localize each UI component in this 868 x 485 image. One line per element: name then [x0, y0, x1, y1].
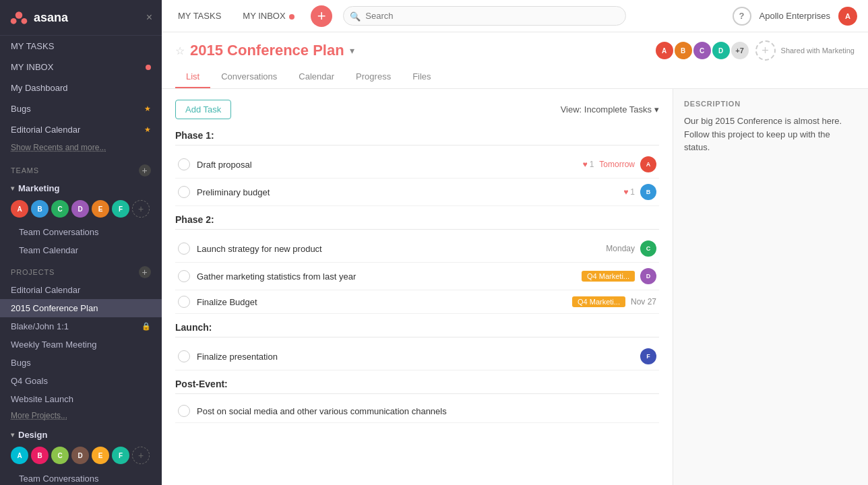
- sidebar-item-design-team-conversations[interactable]: Team Conversations: [0, 470, 162, 485]
- table-row[interactable]: Finalize presentation F: [175, 343, 659, 370]
- task-like[interactable]: ♥ 1: [623, 187, 635, 197]
- add-member-button[interactable]: +: [132, 200, 150, 218]
- view-filter-dropdown[interactable]: View: Incomplete Tasks ▾: [561, 104, 659, 115]
- task-checkbox[interactable]: [178, 243, 190, 255]
- avatar: B: [31, 447, 49, 464]
- task-checkbox[interactable]: [178, 296, 190, 308]
- task-checkbox[interactable]: [178, 158, 190, 170]
- task-assignee-avatar: C: [640, 240, 656, 257]
- team-marketing[interactable]: ▾ Marketing A B C D E F + Team Conversat…: [0, 179, 162, 259]
- tab-calendar[interactable]: Calendar: [288, 66, 345, 88]
- description-title: DESCRIPTION: [684, 100, 857, 108]
- favorite-star-icon[interactable]: ☆: [175, 44, 185, 57]
- table-row[interactable]: Draft proposal ♥ 1 Tomorrow A: [175, 151, 659, 179]
- sidebar-item-blake-john-11[interactable]: Blake/John 1:1 🔒: [0, 317, 162, 335]
- add-project-button[interactable]: +: [139, 266, 151, 278]
- avatar: A: [11, 447, 28, 464]
- task-checkbox[interactable]: [178, 405, 190, 417]
- add-task-button[interactable]: Add Task: [175, 100, 231, 119]
- task-name: Finalize presentation: [197, 352, 633, 362]
- launch-header: Launch:: [175, 322, 659, 337]
- search-icon: 🔍: [350, 11, 361, 21]
- project-dropdown-caret-icon[interactable]: ▾: [350, 45, 354, 56]
- task-name: Launch strategy for new product: [197, 244, 599, 254]
- sidebar-item-weekly-team-meeting[interactable]: Weekly Team Meeting: [0, 335, 162, 354]
- sidebar-close-button[interactable]: ×: [146, 11, 152, 24]
- task-like[interactable]: ♥ 1: [583, 160, 594, 169]
- help-button[interactable]: ?: [733, 7, 751, 26]
- task-tag: Q4 Marketi...: [572, 296, 625, 307]
- search-input[interactable]: [343, 6, 626, 26]
- sidebar-item-team-conversations[interactable]: Team Conversations: [0, 223, 162, 241]
- chevron-down-icon: ▾: [11, 185, 14, 192]
- task-checkbox[interactable]: [178, 270, 190, 282]
- sidebar-item-editorial-calendar-starred[interactable]: Editorial Calendar ★: [0, 119, 162, 140]
- sidebar-item-q4-goals[interactable]: Q4 Goals: [0, 372, 162, 390]
- sidebar-item-my-inbox[interactable]: MY INBOX: [0, 57, 162, 77]
- sidebar-item-team-calendar[interactable]: Team Calendar: [0, 241, 162, 259]
- team-design[interactable]: ▾ Design A B C D E F + Team Conversation…: [0, 426, 162, 485]
- task-assignee-avatar: B: [640, 184, 656, 200]
- sidebar-item-my-tasks[interactable]: MY TASKS: [0, 36, 162, 57]
- member-count-badge[interactable]: +7: [730, 40, 750, 61]
- table-row[interactable]: Gather marketing statistics from last ye…: [175, 263, 659, 290]
- avatar: C: [51, 447, 69, 464]
- task-name: Finalize Budget: [197, 297, 565, 307]
- table-row[interactable]: Finalize Budget Q4 Marketi... Nov 27: [175, 290, 659, 314]
- user-avatar[interactable]: A: [838, 7, 857, 26]
- tab-conversations[interactable]: Conversations: [210, 66, 288, 88]
- description-text: Our big 2015 Conference is almost here. …: [684, 115, 857, 154]
- add-member-button[interactable]: +: [755, 40, 776, 61]
- sidebar-item-2015-conference-plan[interactable]: 2015 Conference Plan: [0, 299, 162, 317]
- task-due-date: Tomorrow: [599, 160, 635, 169]
- add-team-button[interactable]: +: [139, 164, 151, 176]
- post-event-header: Post-Event:: [175, 379, 659, 394]
- avatar: F: [112, 200, 129, 218]
- heart-icon: ♥: [583, 160, 588, 169]
- org-name[interactable]: Apollo Enterprises: [760, 11, 831, 21]
- chevron-down-icon: ▾: [11, 431, 14, 439]
- team-design-name: ▾ Design: [0, 426, 162, 444]
- sidebar-item-editorial-calendar[interactable]: Editorial Calendar: [0, 281, 162, 299]
- task-checkbox[interactable]: [178, 350, 190, 362]
- svg-point-0: [16, 11, 23, 19]
- project-title-text: 2015 Conference Plan: [190, 42, 344, 59]
- shared-label: Shared with Marketing: [781, 46, 855, 55]
- star-icon: ★: [144, 104, 151, 113]
- sidebar-item-my-dashboard[interactable]: My Dashboard: [0, 77, 162, 98]
- task-checkbox[interactable]: [178, 186, 190, 198]
- task-name: Draft proposal: [197, 160, 576, 170]
- my-inbox-button[interactable]: MY INBOX: [237, 8, 300, 24]
- task-meta: Monday C: [606, 240, 656, 257]
- avatar: E: [92, 200, 109, 218]
- sidebar-item-bugs[interactable]: Bugs: [0, 354, 162, 372]
- sidebar-item-website-launch[interactable]: Website Launch: [0, 390, 162, 408]
- more-projects-link[interactable]: More Projects...: [0, 408, 162, 426]
- avatar: B: [31, 200, 49, 218]
- my-tasks-button[interactable]: MY TASKS: [173, 8, 226, 24]
- table-row[interactable]: Launch strategy for new product Monday C: [175, 235, 659, 263]
- lock-icon: 🔒: [142, 322, 151, 331]
- avatar: D: [71, 200, 89, 218]
- avatar: D: [71, 447, 89, 464]
- tab-list[interactable]: List: [175, 66, 210, 88]
- topbar-right: ? Apollo Enterprises A: [733, 7, 858, 26]
- avatar: A: [11, 200, 28, 218]
- member-avatar: A: [654, 40, 675, 61]
- table-row[interactable]: Preliminary budget ♥ 1 B: [175, 179, 659, 206]
- project-tabs: List Conversations Calendar Progress Fil…: [162, 66, 868, 88]
- topbar-nav: MY TASKS MY INBOX: [173, 8, 300, 24]
- task-meta: Q4 Marketi... Nov 27: [572, 296, 656, 307]
- add-member-button[interactable]: +: [132, 447, 150, 464]
- tab-progress[interactable]: Progress: [345, 66, 402, 88]
- projects-section-header: PROJECTS +: [0, 259, 162, 281]
- project-header: ☆ 2015 Conference Plan ▾ A B C D +7 + Sh…: [162, 32, 868, 89]
- sidebar-item-bugs-starred[interactable]: Bugs ★: [0, 98, 162, 119]
- table-row[interactable]: Post on social media and other various c…: [175, 399, 659, 423]
- add-task-global-button[interactable]: +: [311, 5, 332, 27]
- task-assignee-avatar: D: [640, 268, 656, 284]
- show-recents-link[interactable]: Show Recents and more...: [0, 140, 162, 158]
- content-area: Add Task View: Incomplete Tasks ▾ Phase …: [162, 89, 868, 485]
- teams-section-header: Teams +: [0, 158, 162, 179]
- tab-files[interactable]: Files: [402, 66, 441, 88]
